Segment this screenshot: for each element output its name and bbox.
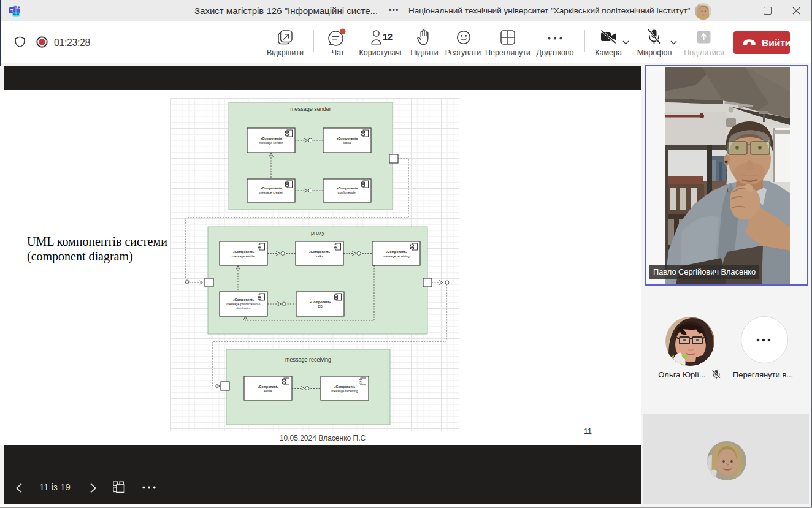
svg-text:«Component»: «Component» [261, 186, 282, 190]
svg-text:message sender: message sender [290, 106, 331, 112]
svg-text:message creater: message creater [259, 191, 283, 194]
svg-text:«Component»: «Component» [261, 137, 282, 140]
svg-text:kafka: kafka [343, 141, 351, 145]
svg-text:message sender: message sender [259, 141, 283, 145]
svg-text:«Component»: «Component» [309, 250, 331, 254]
svg-text:kafka: kafka [264, 389, 272, 393]
svg-text:«Component»: «Component» [386, 250, 407, 254]
svg-text:config reader: config reader [338, 191, 357, 194]
svg-text:distribution: distribution [236, 306, 251, 310]
svg-text:message receiving: message receiving [383, 254, 409, 258]
svg-text:message receiving: message receiving [331, 389, 358, 393]
svg-text:«Component»: «Component» [310, 300, 331, 304]
svg-text:«Component»: «Component» [258, 385, 279, 389]
svg-text:message prioritization &: message prioritization & [226, 302, 261, 306]
svg-text:proxy: proxy [311, 230, 325, 236]
svg-text:«Component»: «Component» [233, 250, 255, 254]
svg-text:«Component»: «Component» [334, 385, 356, 389]
svg-text:message receiving: message receiving [285, 357, 331, 363]
svg-text:message sender: message sender [232, 254, 256, 258]
svg-text:«Component»: «Component» [233, 298, 255, 301]
svg-text:NEW: NEW [13, 13, 20, 16]
svg-text:«Component»: «Component» [337, 186, 358, 190]
svg-text:T: T [10, 8, 13, 13]
svg-text:DB: DB [318, 305, 323, 308]
svg-text:kafka: kafka [316, 254, 324, 258]
svg-text:«Component»: «Component» [337, 137, 358, 140]
